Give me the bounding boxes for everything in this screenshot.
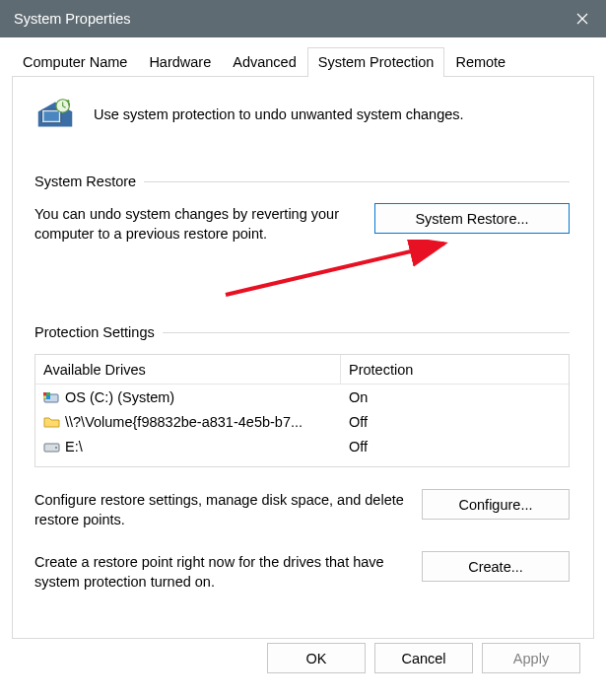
- ok-button[interactable]: OK: [267, 643, 366, 673]
- divider: [144, 181, 570, 182]
- drive-row[interactable]: E:\ Off: [35, 434, 569, 458]
- banner: Use system protection to undo unwanted s…: [34, 95, 570, 136]
- close-button[interactable]: [559, 0, 606, 37]
- client-area: Computer Name Hardware Advanced System P…: [0, 37, 606, 685]
- drive-name-label: \\?\Volume{f98832be-a831-4e5b-b7...: [65, 414, 303, 430]
- divider: [163, 332, 570, 333]
- system-restore-group: System Restore You can undo system chang…: [34, 174, 570, 297]
- tab-hardware[interactable]: Hardware: [138, 47, 222, 77]
- drive-name-label: OS (C:) (System): [65, 389, 174, 405]
- configure-button[interactable]: Configure...: [422, 489, 570, 520]
- tabset: Computer Name Hardware Advanced System P…: [12, 47, 594, 77]
- drives-table: Available Drives Protection OS (C:) (Sys…: [34, 354, 570, 467]
- drive-protection-label: Off: [341, 439, 569, 455]
- system-properties-window: System Properties Computer Name Hardware…: [0, 0, 606, 700]
- create-desc: Create a restore point right now for the…: [34, 551, 408, 592]
- os-drive-icon: [43, 390, 61, 404]
- svg-line-3: [226, 244, 444, 295]
- tab-system-protection[interactable]: System Protection: [307, 47, 445, 77]
- drives-header: Available Drives Protection: [35, 355, 569, 385]
- tab-computer-name[interactable]: Computer Name: [12, 47, 138, 77]
- tab-remote[interactable]: Remote: [444, 47, 516, 77]
- dialog-footer: OK Cancel Apply: [12, 639, 594, 673]
- svg-rect-6: [43, 392, 46, 395]
- tab-advanced[interactable]: Advanced: [222, 47, 307, 77]
- col-header-protection[interactable]: Protection: [341, 362, 569, 378]
- drive-icon: [43, 440, 61, 454]
- svg-rect-1: [44, 111, 59, 121]
- cancel-button[interactable]: Cancel: [374, 643, 473, 673]
- configure-desc: Configure restore settings, manage disk …: [34, 489, 408, 529]
- folder-icon: [43, 415, 61, 429]
- system-restore-desc: You can undo system changes by reverting…: [34, 203, 361, 244]
- drive-protection-label: Off: [341, 414, 569, 430]
- col-header-drives[interactable]: Available Drives: [35, 355, 341, 384]
- create-button[interactable]: Create...: [422, 551, 570, 582]
- protection-settings-group: Protection Settings Available Drives Pro…: [34, 324, 570, 592]
- close-icon: [576, 13, 588, 25]
- drive-row[interactable]: \\?\Volume{f98832be-a831-4e5b-b7... Off: [35, 409, 569, 434]
- svg-rect-7: [47, 392, 50, 395]
- annotation-arrow: [34, 240, 570, 297]
- protection-settings-title: Protection Settings: [34, 324, 155, 340]
- titlebar: System Properties: [0, 0, 606, 37]
- system-protection-icon: [34, 95, 76, 136]
- system-protection-panel: Use system protection to undo unwanted s…: [12, 77, 594, 639]
- drive-name-label: E:\: [65, 439, 83, 455]
- svg-point-10: [55, 447, 57, 449]
- drive-protection-label: On: [341, 389, 569, 405]
- banner-text: Use system protection to undo unwanted s…: [94, 105, 464, 125]
- window-title: System Properties: [14, 11, 130, 27]
- system-restore-title: System Restore: [34, 174, 136, 189]
- system-restore-button[interactable]: System Restore...: [374, 203, 570, 234]
- apply-button[interactable]: Apply: [482, 643, 580, 673]
- drive-row[interactable]: OS (C:) (System) On: [35, 385, 569, 409]
- svg-rect-8: [43, 395, 46, 398]
